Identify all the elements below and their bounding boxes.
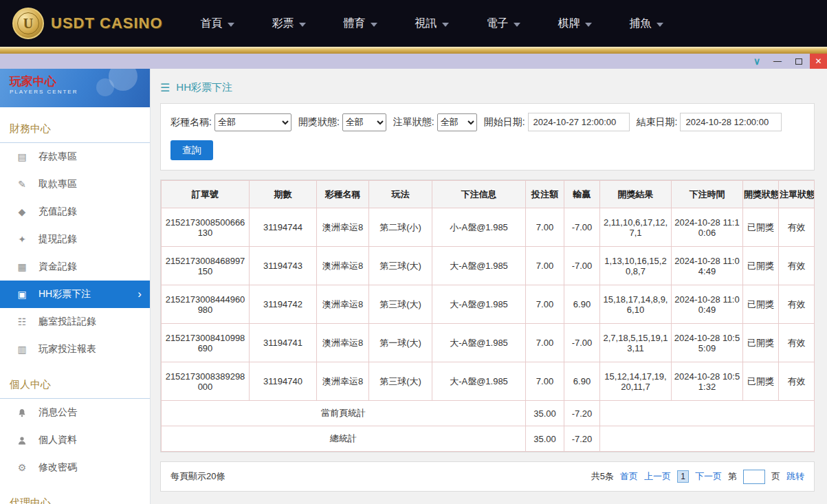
- chevron-down-icon: [228, 23, 234, 27]
- sidebar-item-player-bet-report[interactable]: ▥ 玩家投注報表: [0, 336, 150, 363]
- cell-bet-amount: 7.00: [526, 362, 564, 401]
- cell-bet-info: 大-A盤@1.985: [432, 362, 526, 401]
- cell-order-id: 2152173008444960980: [162, 285, 250, 324]
- cell-order-id: 2152173008500666130: [162, 208, 250, 247]
- query-button[interactable]: 查詢: [170, 140, 213, 160]
- jump-suffix-label: 页: [771, 470, 780, 483]
- sidebar-item-funds-record[interactable]: ▦ 資金記錄: [0, 253, 150, 281]
- cell-lottery-name: 澳洲幸运8: [317, 208, 369, 247]
- window-maximize-button[interactable]: [788, 54, 810, 69]
- per-page-label: 每頁顯示20條: [170, 470, 225, 483]
- sidebar-item-hall-bet-record[interactable]: ☷ 廳室投註記錄: [0, 308, 150, 336]
- table-row: 2152173008468997150 31194743 澳洲幸运8 第三球(大…: [162, 247, 815, 285]
- cell-draw-status: 已開獎: [743, 362, 779, 401]
- cell-draw-result: 1,13,10,16,15,20,8,7: [600, 247, 672, 285]
- sidebar-item-label: 提現記錄: [38, 233, 77, 245]
- sidebar-item-label: 消息公告: [38, 406, 77, 419]
- page-number-input[interactable]: [743, 470, 765, 484]
- col-header-win-loss: 輸贏: [564, 181, 600, 208]
- nav-item-sports[interactable]: 體育: [324, 17, 396, 31]
- cell-draw-result: 15,12,14,17,19,20,11,7: [600, 362, 672, 401]
- nav-item-fishing[interactable]: 捕魚: [610, 17, 682, 31]
- sidebar-item-recharge-record[interactable]: ◆ 充值記錄: [0, 198, 150, 226]
- logo-text: USDT CASINO: [51, 14, 163, 32]
- cell-order-status: 有效: [779, 285, 815, 324]
- chevron-down-icon: [371, 23, 377, 27]
- sidebar-item-label: 充值記錄: [38, 206, 77, 218]
- prev-page-link[interactable]: 上一页: [644, 470, 671, 483]
- pager: 共5条 首页 上一页 1 下一页 第 页 跳转: [591, 470, 804, 484]
- chevron-right-icon: ›: [137, 287, 142, 301]
- draw-status-select[interactable]: 全部: [342, 113, 386, 131]
- decor-circle: [96, 78, 114, 96]
- page-summary-row: 當前頁統計 35.00 -7.20: [162, 401, 815, 426]
- end-date-label: 結束日期:: [637, 116, 678, 129]
- nav-item-live-video[interactable]: 視訊: [396, 17, 467, 31]
- window-close-button[interactable]: ✕: [810, 54, 827, 69]
- cell-draw-status: 已開獎: [743, 285, 779, 324]
- current-page-button[interactable]: 1: [677, 470, 689, 483]
- table-row: 2152173008410998690 31194741 澳洲幸运8 第一球(大…: [162, 324, 815, 362]
- total-count-label: 共5条: [591, 470, 614, 483]
- chevron-down-icon: [585, 23, 592, 27]
- sidebar-item-hh-lottery-bets[interactable]: ▣ HH彩票下注 ›: [0, 281, 150, 308]
- nav-item-label: 電子: [487, 17, 509, 31]
- cell-play: 第三球(大): [369, 362, 432, 401]
- window-minimize-button[interactable]: —: [767, 54, 788, 69]
- start-date-input[interactable]: [528, 113, 630, 131]
- chevron-down-icon: [299, 23, 306, 27]
- nav-item-electronic[interactable]: 電子: [467, 17, 539, 31]
- cell-order-id: 2152173008410998690: [162, 324, 250, 362]
- person-icon: [16, 435, 27, 446]
- cell-win-loss: 6.90: [564, 362, 600, 401]
- sidebar-item-change-password[interactable]: ⚙ 修改密碼: [0, 454, 150, 481]
- cell-play: 第二球(小): [369, 208, 432, 247]
- first-page-link[interactable]: 首页: [620, 470, 638, 483]
- page-summary-empty: [600, 401, 815, 426]
- cell-win-loss: -7.00: [564, 247, 600, 285]
- total-summary-win-loss: -7.20: [564, 426, 600, 452]
- col-header-play: 玩法: [369, 181, 432, 208]
- cell-period: 31194740: [250, 362, 317, 401]
- cell-bet-amount: 7.00: [526, 324, 564, 362]
- nav-item-label: 體育: [344, 17, 366, 31]
- menu-toggle-icon[interactable]: ☰: [160, 81, 170, 94]
- cell-win-loss: 6.90: [564, 285, 600, 324]
- nav-item-lottery[interactable]: 彩票: [253, 17, 324, 31]
- col-header-order-status: 注單狀態: [779, 181, 815, 208]
- jump-link[interactable]: 跳转: [786, 470, 804, 483]
- chevron-down-icon: [442, 23, 449, 27]
- order-status-select[interactable]: 全部: [437, 113, 477, 131]
- nav-item-chess[interactable]: 棋牌: [539, 17, 610, 31]
- cell-order-status: 有效: [779, 362, 815, 401]
- cell-order-status: 有效: [779, 324, 815, 362]
- gear-icon: ⚙: [16, 462, 27, 473]
- sidebar-item-announcements[interactable]: 消息公告: [0, 399, 150, 426]
- cell-play: 第三球(大): [369, 247, 432, 285]
- logo[interactable]: U USDT CASINO: [12, 8, 172, 39]
- col-header-lottery-name: 彩種名稱: [317, 181, 369, 208]
- cell-bet-time: 2024-10-28 11:10:06: [672, 208, 743, 247]
- col-header-bet-time: 下注時間: [672, 181, 743, 208]
- page-title: HH彩票下注: [176, 81, 232, 94]
- cell-bet-amount: 7.00: [526, 247, 564, 285]
- logo-coin-letter: U: [17, 12, 39, 34]
- end-date-input[interactable]: [680, 113, 782, 131]
- bets-table-panel: 訂單號 期數 彩種名稱 玩法 下注信息 投注額 輸贏 開獎結果 下注時間 開獎狀…: [160, 179, 815, 452]
- sidebar-item-withdrawal-record[interactable]: ✦ 提現記錄: [0, 226, 150, 253]
- lottery-name-select[interactable]: 全部: [214, 113, 291, 131]
- cell-period: 31194741: [250, 324, 317, 362]
- cell-bet-info: 大-A盤@1.985: [432, 285, 526, 324]
- next-page-link[interactable]: 下一页: [695, 470, 722, 483]
- nav-item-home[interactable]: 首頁: [181, 17, 253, 31]
- sidebar-item-deposit[interactable]: ▤ 存款專區: [0, 143, 150, 171]
- section-personal-center: 個人中心: [0, 363, 150, 399]
- deposit-icon: ▤: [16, 151, 27, 162]
- sidebar-item-profile[interactable]: 個人資料: [0, 426, 150, 454]
- cell-bet-amount: 7.00: [526, 285, 564, 324]
- sidebar-item-withdraw[interactable]: ✎ 取款專區: [0, 171, 150, 198]
- cell-period: 31194743: [250, 247, 317, 285]
- cell-win-loss: -7.00: [564, 208, 600, 247]
- window-dropdown-icon[interactable]: ∨: [747, 54, 767, 69]
- withdrawal-record-icon: ✦: [16, 234, 27, 245]
